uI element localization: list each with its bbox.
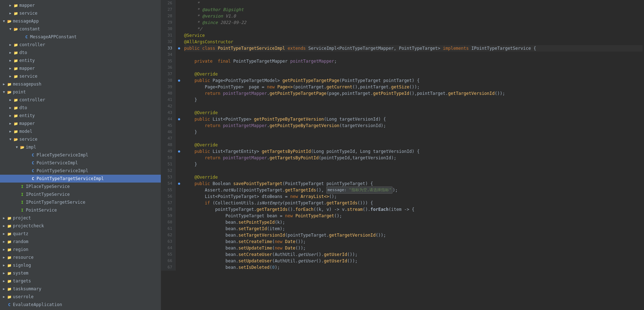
arrow-icon: ▶: [1, 278, 6, 284]
code-line-39: Page<PointType> page = new Page<>(pointT…: [184, 84, 643, 90]
sidebar-item-constant[interactable]: ▼ 📂 constant: [0, 25, 161, 33]
arrow-icon: ▶: [1, 223, 6, 228]
line-num: 62: [164, 232, 172, 238]
arrow-icon: ▶: [1, 294, 6, 299]
sidebar-item-mapper3[interactable]: ▶ 📁 mapper: [0, 120, 161, 127]
sidebar-item-IPlaceTypeService[interactable]: I IPlaceTypeService: [0, 183, 161, 190]
sidebar-item-PointServiceImpl[interactable]: C PointServiceImpl: [0, 159, 161, 167]
sidebar-item-model[interactable]: ▶ 📁 model: [0, 127, 161, 135]
sidebar-item-controller1[interactable]: ▶ 📁 controller: [0, 41, 161, 49]
sidebar-item-dto2[interactable]: ▶ 📁 dto: [0, 104, 161, 112]
gutter-cell: [176, 129, 183, 135]
sidebar-item-PointTypeTargetServiceImpl[interactable]: C PointTypeTargetServiceImpl: [0, 175, 161, 183]
sidebar-item-EvaluateApplication[interactable]: C EvaluateApplication: [0, 301, 161, 309]
line-num: 28: [164, 13, 172, 19]
arrow-icon: ▶: [1, 271, 6, 276]
sidebar-item-label: EvaluateApplication: [13, 302, 62, 307]
folder-icon: 📁: [6, 239, 12, 244]
sidebar-item-label: service: [19, 137, 38, 142]
sidebar-item-entity1[interactable]: ▶ 📁 entity: [0, 57, 161, 64]
line-num: 51: [164, 161, 172, 168]
sidebar-item-quartz[interactable]: ▶ 📁 quartz: [0, 230, 161, 238]
sidebar-item-project[interactable]: ▶ 📁 project: [0, 214, 161, 222]
arrow-icon: [25, 160, 30, 165]
arrow-icon: [14, 192, 19, 197]
sidebar-item-system[interactable]: ▶ 📁 system: [0, 269, 161, 277]
folder-icon: 📁: [6, 286, 12, 292]
sidebar-item-dto1[interactable]: ▶ 📁 dto: [0, 49, 161, 57]
folder-icon: 📁: [13, 42, 19, 48]
sidebar-item-IPointTypeTargetService[interactable]: I IPointTypeTargetService: [0, 198, 161, 206]
sidebar-item-signlog[interactable]: ▶ 📁 signlog: [0, 261, 161, 269]
sidebar-item-label: signlog: [13, 263, 31, 268]
sidebar-item-messageApp[interactable]: ▼ 📂 messageApp: [0, 17, 161, 25]
class-icon: C: [30, 152, 36, 158]
line-num: 39: [164, 84, 172, 90]
sidebar-item-service3[interactable]: ▼ 📂 service: [0, 135, 161, 143]
code-content[interactable]: * * @author Bigsight * @version V1.0 * @…: [183, 0, 644, 271]
code-line-64: bean.setUpdateTime(new Date());: [184, 245, 643, 251]
folder-icon: 📁: [6, 270, 12, 276]
folder-open-icon: 📂: [13, 26, 19, 32]
sidebar-item-service2[interactable]: ▶ 📁 service: [0, 72, 161, 80]
gutter-cell: [176, 219, 183, 226]
file-tree[interactable]: ▶ 📁 mapper ▶ 📁 service ▼ 📂 messageApp ▼ …: [0, 0, 161, 310]
sidebar-item-PointTypeServiceImpl[interactable]: C PointTypeServiceImpl: [0, 167, 161, 175]
sidebar-item-messagepush[interactable]: ▶ 📁 messagepush: [0, 80, 161, 88]
sidebar-item-impl[interactable]: ▼ 📂 impl: [0, 143, 161, 151]
gutter-cell: [176, 13, 183, 19]
sidebar-item-point[interactable]: ▼ 📂 point: [0, 88, 161, 96]
sidebar-item-tasksummary[interactable]: ▶ 📁 tasksummary: [0, 285, 161, 293]
line-num: 63: [164, 238, 172, 245]
line-num: 50: [164, 155, 172, 161]
line-num: 65: [164, 251, 172, 258]
sidebar-item-label: dto: [19, 50, 27, 55]
sidebar-item-userrole[interactable]: ▶ 📁 userrole: [0, 293, 161, 301]
arrow-icon: ▶: [8, 11, 13, 16]
sidebar-item-projectcheck[interactable]: ▶ 📁 projectcheck: [0, 222, 161, 230]
code-line-53: @Override: [184, 174, 643, 180]
gutter-cell: [176, 200, 183, 206]
arrow-icon: [25, 152, 30, 158]
sidebar-item-MessageAPPConstant[interactable]: C MessageAPPConstant: [0, 33, 161, 41]
sidebar-item-region[interactable]: ▶ 📁 region: [0, 246, 161, 253]
arrow-icon: [1, 302, 6, 307]
gutter-cell: [176, 52, 183, 58]
code-line-49: public List<TargetEntity> getTargetsByPo…: [184, 148, 643, 155]
sidebar-item-targets[interactable]: ▶ 📁 targets: [0, 277, 161, 285]
code-line-31: @Service: [184, 32, 643, 39]
sidebar-item-resource[interactable]: ▶ 📁 resource: [0, 253, 161, 261]
line-num: 26: [164, 0, 172, 6]
sidebar-item-label: mapper: [19, 121, 35, 126]
sidebar-item-PlaceTypeServiceImpl[interactable]: C PlaceTypeServiceImpl: [0, 151, 161, 159]
sidebar-item-entity2[interactable]: ▶ 📁 entity: [0, 112, 161, 120]
sidebar-item-label: project: [13, 215, 31, 221]
sidebar-item-mapper2[interactable]: ▶ 📁 mapper: [0, 64, 161, 72]
interface-icon: I: [19, 192, 25, 197]
sidebar-item-IPointTypeService[interactable]: I IPointTypeService: [0, 190, 161, 198]
line-num: 56: [164, 193, 172, 200]
line-num: 66: [164, 258, 172, 264]
code-line-65: bean.setCreateUser(AuthUtil.getUser().ge…: [184, 251, 643, 258]
line-num: 44: [164, 116, 172, 122]
interface-icon: I: [19, 199, 25, 205]
folder-icon: 📁: [13, 58, 19, 63]
sidebar-item-controller2[interactable]: ▶ 📁 controller: [0, 96, 161, 104]
code-line-36: [184, 64, 643, 71]
arrow-icon: [25, 176, 30, 181]
line-num: 35: [164, 58, 172, 64]
sidebar-item-PointService[interactable]: I PointService: [0, 206, 161, 214]
sidebar-item-mapper1[interactable]: ▶ 📁 mapper: [0, 1, 161, 9]
sidebar-item-label: resource: [13, 255, 34, 260]
sidebar-item-label: impl: [26, 145, 36, 150]
class-icon: C: [30, 160, 36, 166]
gutter-cell: [176, 71, 183, 77]
sidebar-item-random[interactable]: ▶ 📁 random: [0, 238, 161, 246]
folder-icon: 📁: [13, 10, 19, 16]
line-num: 46: [164, 129, 172, 135]
line-num: 36: [164, 64, 172, 71]
code-line-61: bean.setTargetId(item);: [184, 226, 643, 232]
sidebar-item-service1[interactable]: ▶ 📁 service: [0, 9, 161, 17]
code-line-54: public Boolean savePointTypeTarget(Point…: [184, 180, 643, 187]
arrow-icon: ▶: [8, 42, 13, 47]
